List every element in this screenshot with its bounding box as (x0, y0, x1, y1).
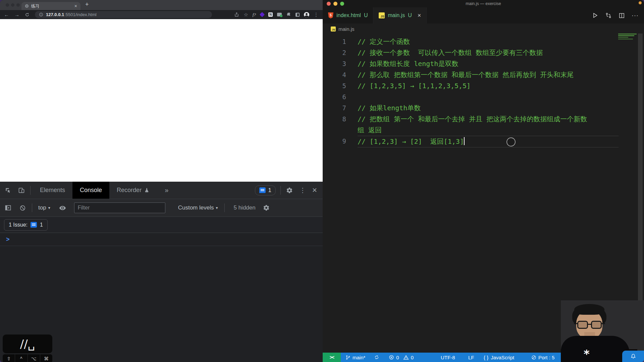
page-viewport[interactable] (0, 19, 323, 182)
eol-item[interactable]: LF (468, 353, 474, 362)
code-line[interactable]: 5// [1,2,3,5] → [1,1,2,3,5,5] (323, 80, 644, 92)
tab-console[interactable]: Console (72, 182, 109, 199)
code-editor[interactable]: 1// 定义一个函数2// 接收一个参数 可以传入一个数组 数组至少要有三个数据… (323, 34, 644, 147)
breadcrumb[interactable]: JS main.js (323, 23, 644, 34)
back-button[interactable]: ← (4, 12, 9, 17)
code-line[interactable]: 3// 如果数组长度 length是双数 (323, 58, 644, 69)
reload-button[interactable] (25, 12, 30, 17)
window-controls[interactable] (6, 3, 20, 7)
chevron-down-icon: ▾ (48, 205, 50, 210)
site-info-icon[interactable] (39, 12, 43, 17)
js-file-icon: JS (331, 26, 336, 32)
log-levels-dropdown[interactable]: Custom levels ▾ (178, 204, 218, 211)
clear-console-icon[interactable] (19, 205, 26, 211)
console-prompt-row[interactable]: > (0, 233, 323, 246)
sidebar-toggle-icon[interactable] (296, 13, 300, 17)
code-line[interactable]: 9// [1,2,3] → [2] 返回[1,3] (323, 136, 644, 147)
filter-input[interactable] (74, 202, 165, 213)
close-window-button[interactable] (327, 2, 331, 6)
git-branch-item[interactable]: main* (345, 355, 365, 360)
line-number: 8 (323, 114, 346, 125)
sync-icon[interactable] (374, 355, 379, 360)
language-item[interactable]: { } JavaScript (484, 353, 514, 362)
new-tab-button[interactable]: + (85, 1, 89, 8)
tab-main-js[interactable]: JS main.js U × (373, 7, 427, 23)
hidden-messages-label: 5 hidden (233, 204, 255, 211)
keystroke-overlay: //␣ ⇧^⌥⌘ (3, 335, 52, 362)
minimap[interactable] (618, 34, 639, 40)
code-line[interactable]: 8// 把数组 第一个 和最后一个去掉 并且 把这两个去掉的数据组成一个新数 (323, 114, 644, 125)
window-controls[interactable] (327, 2, 344, 6)
tab-close-icon[interactable]: × (74, 4, 77, 8)
bookmark-star-icon[interactable]: ☆ (244, 12, 248, 18)
code-line[interactable]: 2// 接收一个参数 可以传入一个数组 数组至少要有三个数据 (323, 47, 644, 58)
extension-cluster: ☆ f? N ⋮ (234, 12, 319, 18)
line-number: 3 (323, 58, 346, 69)
code-line[interactable]: 1// 定义一个函数 (323, 36, 644, 47)
browser-toolbar: ← → 127.0.0.1:5501/index.html ☆ f? N (0, 10, 323, 19)
minimize-window-button[interactable] (333, 2, 337, 6)
port-item[interactable]: Port : 5 (531, 353, 554, 362)
live-expression-eye-icon[interactable] (59, 204, 66, 212)
line-number: 6 (323, 92, 346, 103)
encoding-item[interactable]: UTF-8 (441, 353, 455, 362)
profile-avatar[interactable] (304, 12, 309, 17)
extension-image-icon[interactable] (277, 13, 282, 16)
extension-diamond-icon[interactable] (260, 12, 265, 17)
text-cursor (464, 137, 465, 145)
browser-tab-strip: 练习 × + (0, 0, 323, 10)
extension-f-icon[interactable]: f? (253, 12, 256, 17)
context-selector[interactable]: top ▾ (38, 204, 50, 211)
tab-recorder[interactable]: Recorder (109, 182, 157, 199)
devtools-close-icon[interactable]: ✕ (312, 186, 317, 194)
console-sidebar-icon[interactable] (5, 204, 11, 211)
devtools-tab-bar: Elements Console Recorder » 1 ⋮ ✕ (0, 182, 323, 199)
browser-tab-title: 练习 (31, 3, 72, 9)
code-line[interactable]: 4// 那么取 把数组第一个数据 和最后一个数据 然后再放到 开头和末尾 (323, 69, 644, 80)
breadcrumb-file: main.js (338, 26, 355, 32)
notifications-patch[interactable] (622, 351, 644, 362)
address-bar[interactable]: 127.0.0.1:5501/index.html (35, 11, 212, 18)
browser-tab-active[interactable]: 练习 × (21, 2, 80, 10)
device-toolbar-icon[interactable] (18, 187, 25, 194)
keystroke-text: //␣ (3, 335, 52, 353)
devtools-settings-gear-icon[interactable] (286, 187, 293, 194)
browser-menu-icon[interactable]: ⋮ (314, 12, 319, 18)
run-file-icon[interactable] (592, 12, 598, 19)
issue-chat-icon (259, 187, 266, 193)
extensions-puzzle-icon[interactable] (286, 12, 291, 17)
code-text: // [1,2,3,5] → [1,1,2,3,5,5] (358, 80, 619, 92)
modifier-key: ⌘ (40, 354, 52, 362)
problems-item[interactable]: 0 0 (389, 355, 414, 360)
close-tab-icon[interactable]: × (418, 12, 421, 19)
more-actions-icon[interactable]: ··· (632, 12, 639, 19)
code-line[interactable]: 6 (323, 92, 644, 103)
inspect-element-icon[interactable] (5, 187, 11, 194)
maximize-window-button[interactable] (340, 2, 344, 6)
open-changes-icon[interactable] (605, 12, 612, 19)
tab-index-html[interactable]: 5 index.html U (323, 7, 373, 23)
git-branch-icon (345, 355, 351, 360)
forward-button[interactable]: → (14, 12, 19, 17)
divider (30, 186, 31, 195)
devtools-panel: Elements Console Recorder » 1 ⋮ ✕ (0, 182, 323, 362)
more-tabs-icon[interactable]: » (165, 186, 168, 194)
console-settings-gear-icon[interactable] (263, 204, 270, 211)
extension-notion-icon[interactable]: N (268, 12, 273, 17)
modifier-key: ⇧ (3, 354, 15, 362)
issues-counter[interactable]: 1 (255, 185, 276, 195)
share-icon[interactable] (234, 12, 239, 17)
window-title: main.js — exercise (466, 1, 501, 6)
sweater-logo: * (584, 347, 590, 361)
split-editor-icon[interactable] (619, 12, 625, 19)
remote-indicator[interactable]: >< (323, 353, 341, 362)
code-text: // 那么取 把数组第一个数据 和最后一个数据 然后再放到 开头和末尾 (358, 69, 619, 80)
editor-tab-bar: 5 index.html U JS main.js U × ··· (323, 7, 644, 23)
code-line-wrap[interactable]: 组 返回 (323, 125, 644, 136)
modifier-key: ⌥ (28, 354, 40, 362)
devtools-menu-icon[interactable]: ⋮ (300, 186, 306, 194)
tab-elements[interactable]: Elements (33, 182, 72, 199)
code-line[interactable]: 7// 如果length单数 (323, 103, 644, 114)
line-number: 4 (323, 69, 346, 80)
issue-summary[interactable]: 1 Issue: 1 (4, 219, 48, 231)
